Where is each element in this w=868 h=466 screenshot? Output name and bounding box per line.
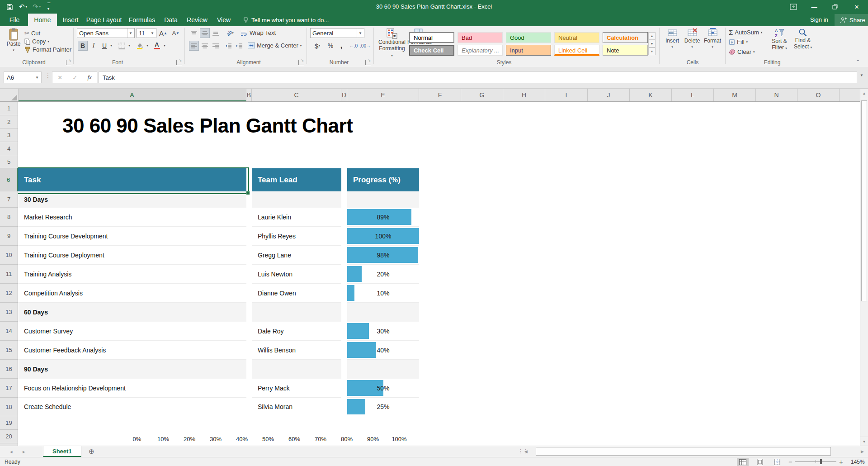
cell-task[interactable]: Market Research bbox=[18, 208, 246, 227]
percent-style-button[interactable]: % bbox=[326, 41, 335, 51]
cell-section-blank[interactable] bbox=[347, 303, 419, 322]
row-header-16[interactable]: 16 bbox=[0, 360, 18, 379]
cell-section-label[interactable]: 90 Days bbox=[18, 360, 246, 379]
column-header-O[interactable]: O bbox=[797, 89, 840, 101]
style-calculation[interactable]: Calculation bbox=[603, 32, 648, 43]
row-header-14[interactable]: 14 bbox=[0, 322, 18, 341]
cell-team-lead[interactable]: Phyllis Reyes bbox=[252, 227, 341, 246]
cell-progress[interactable]: 89% bbox=[347, 208, 419, 227]
hscroll-right-icon[interactable]: ▶ bbox=[861, 446, 864, 457]
borders-button[interactable] bbox=[117, 41, 127, 51]
cell-progress[interactable]: 50% bbox=[347, 379, 419, 398]
style-good[interactable]: Good bbox=[506, 32, 551, 43]
style-neutral[interactable]: Neutral bbox=[554, 32, 599, 43]
column-header-J[interactable]: J bbox=[588, 89, 630, 101]
row-header-9[interactable]: 9 bbox=[0, 227, 18, 246]
cell-section-label[interactable]: 60 Days bbox=[18, 303, 246, 322]
tab-page-layout[interactable]: Page Layout bbox=[84, 14, 124, 26]
fill-color-button[interactable] bbox=[135, 41, 145, 51]
sign-in-link[interactable]: Sign in bbox=[810, 14, 828, 26]
font-color-button[interactable]: A bbox=[152, 41, 162, 51]
font-color-dropdown[interactable]: ▾ bbox=[162, 41, 167, 51]
close-button[interactable]: ✕ bbox=[845, 0, 868, 14]
new-sheet-icon[interactable]: ⊕ bbox=[89, 446, 94, 457]
column-header-K[interactable]: K bbox=[630, 89, 672, 101]
column-header-G[interactable]: G bbox=[461, 89, 503, 101]
decrease-indent-button[interactable] bbox=[223, 41, 233, 51]
cell-team-lead[interactable]: Silvia Moran bbox=[252, 398, 341, 416]
tell-me-box[interactable]: Tell me what you want to do... bbox=[243, 14, 329, 26]
clear-button[interactable]: Clear ▾ bbox=[729, 48, 755, 55]
increase-font-size-button[interactable]: A▲ bbox=[158, 28, 168, 38]
page-break-view-button[interactable] bbox=[771, 458, 783, 466]
row-header-7[interactable]: 7 bbox=[0, 191, 18, 208]
cell-section-blank[interactable] bbox=[252, 191, 341, 208]
comma-style-button[interactable]: , bbox=[336, 41, 346, 51]
font-name-select[interactable]: Open Sans▼ bbox=[77, 28, 135, 38]
column-header-F[interactable]: F bbox=[419, 89, 461, 101]
normal-view-button[interactable] bbox=[737, 458, 749, 466]
cell-task[interactable]: Competition Analysis bbox=[18, 284, 246, 303]
cell-team-lead[interactable]: Gregg Lane bbox=[252, 246, 341, 265]
underline-dropdown[interactable]: ▾ bbox=[108, 41, 114, 51]
autosum-button[interactable]: Σ AutoSum ▾ bbox=[729, 29, 762, 36]
delete-cells-button[interactable]: Delete ▾ bbox=[683, 28, 702, 50]
row-header-18[interactable]: 18 bbox=[0, 398, 18, 416]
align-middle-button[interactable] bbox=[200, 28, 210, 38]
format-cells-button[interactable]: Format ▾ bbox=[703, 28, 722, 50]
row-header-11[interactable]: 11 bbox=[0, 265, 18, 284]
cell-team-lead[interactable]: Luis Newton bbox=[252, 265, 341, 284]
copy-button[interactable]: Copy ▾ bbox=[24, 38, 49, 45]
merge-center-button[interactable]: Merge & Center ▾ bbox=[248, 42, 302, 49]
column-header-M[interactable]: M bbox=[714, 89, 756, 101]
fill-button[interactable]: Fill ▾ bbox=[729, 38, 748, 45]
zoom-out-icon[interactable]: − bbox=[788, 457, 793, 466]
tab-data[interactable]: Data bbox=[160, 14, 182, 26]
insert-function-icon[interactable]: fx bbox=[87, 74, 91, 81]
collapse-ribbon-icon[interactable]: ⌃ bbox=[856, 59, 860, 65]
table-header-0[interactable]: Task bbox=[18, 168, 246, 191]
number-dialog-launcher[interactable]: ↘ bbox=[365, 60, 371, 65]
enter-icon[interactable]: ✓ bbox=[72, 74, 77, 81]
cell-progress[interactable]: 100% bbox=[347, 227, 419, 246]
table-header-2[interactable]: Progress (%) bbox=[347, 168, 419, 191]
paste-button[interactable]: Paste ▾ bbox=[4, 28, 24, 53]
cell-progress[interactable]: 30% bbox=[347, 322, 419, 341]
insert-cells-button[interactable]: Insert ▾ bbox=[663, 28, 682, 50]
font-dialog-launcher[interactable]: ↘ bbox=[176, 60, 182, 65]
cell-task[interactable]: Customer Survey bbox=[18, 322, 246, 341]
cell-section-blank[interactable] bbox=[347, 360, 419, 379]
share-button[interactable]: Share bbox=[835, 14, 868, 26]
tab-file[interactable]: File bbox=[3, 14, 26, 26]
increase-decimal-button[interactable]: ←.0 bbox=[348, 41, 359, 51]
sort-filter-button[interactable]: AZ Sort & Filter ▾ bbox=[769, 28, 790, 52]
restore-button[interactable] bbox=[825, 0, 845, 14]
grid-body[interactable]: 30 60 90 Sales Plan Gantt Chart TaskTeam… bbox=[18, 102, 860, 446]
sheet-tab-sheet1[interactable]: Sheet1 bbox=[43, 446, 81, 457]
row-header-15[interactable]: 15 bbox=[0, 341, 18, 360]
gallery-down-icon[interactable]: ▼ bbox=[648, 40, 656, 48]
cell-team-lead[interactable]: Dianne Owen bbox=[252, 284, 341, 303]
cell-task[interactable]: Customer Feedback Analysis bbox=[18, 341, 246, 360]
zoom-level[interactable]: 145% bbox=[851, 459, 865, 465]
tab-view[interactable]: View bbox=[212, 14, 235, 26]
align-bottom-button[interactable] bbox=[211, 28, 221, 38]
decrease-font-size-button[interactable]: A▼ bbox=[171, 28, 181, 38]
cancel-icon[interactable]: ✕ bbox=[57, 74, 62, 81]
clipboard-dialog-launcher[interactable]: ↘ bbox=[66, 60, 71, 65]
cell-task[interactable]: Training Analysis bbox=[18, 265, 246, 284]
row-header-13[interactable]: 13 bbox=[0, 303, 18, 322]
zoom-slider-thumb[interactable] bbox=[820, 459, 822, 464]
name-box[interactable]: A6 ▼ bbox=[4, 71, 42, 83]
expand-formula-bar-icon[interactable]: ▼ bbox=[860, 73, 863, 77]
style-normal[interactable]: Normal bbox=[409, 32, 454, 43]
vertical-scrollbar[interactable]: ▲ ▼ bbox=[860, 89, 868, 446]
cell-progress[interactable]: 40% bbox=[347, 341, 419, 360]
cell-section-label[interactable]: 30 Days bbox=[18, 191, 246, 208]
cell-task[interactable]: Create Schedule bbox=[18, 398, 246, 416]
cell-progress[interactable]: 20% bbox=[347, 265, 419, 284]
next-sheet-icon[interactable]: ▸ bbox=[23, 446, 25, 457]
gallery-up-icon[interactable]: ▲ bbox=[648, 32, 656, 40]
fill-color-dropdown[interactable]: ▾ bbox=[145, 41, 150, 51]
conditional-formatting-button[interactable]: ≠ Conditional Formatting ▾ bbox=[379, 28, 405, 59]
